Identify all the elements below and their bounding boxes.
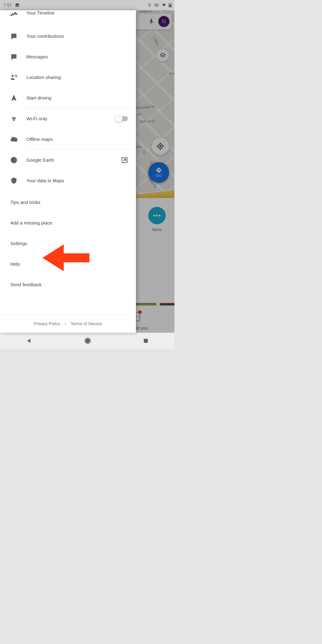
menu-location-sharing[interactable]: Location sharing <box>0 67 136 88</box>
recents-button[interactable] <box>143 338 148 344</box>
privacy-shield-icon <box>10 177 18 184</box>
menu-start-driving[interactable]: Start driving <box>0 88 136 108</box>
svg-point-13 <box>12 75 14 77</box>
menu-label: Location sharing <box>26 75 61 80</box>
menu-your-data[interactable]: Your data in Maps <box>0 170 136 191</box>
wifi-icon <box>162 3 166 7</box>
menu-label: Messages <box>26 54 48 60</box>
menu-label: Start driving <box>26 95 52 100</box>
svg-point-17 <box>14 180 14 180</box>
svg-point-0 <box>149 4 150 5</box>
menu-your-timeline[interactable]: Your Timeline <box>0 10 136 26</box>
svg-rect-1 <box>169 4 171 7</box>
menu-wifi-only[interactable]: Wi-Fi only <box>0 108 136 129</box>
menu-label: Your contributions <box>26 34 64 39</box>
navigation-icon <box>10 94 18 102</box>
privacy-link[interactable]: Privacy Policy <box>34 321 60 326</box>
menu-contributions[interactable]: Your contributions <box>0 26 136 46</box>
menu-label: Wi-Fi only <box>26 116 47 122</box>
contribute-icon <box>10 33 18 40</box>
menu-offline-maps[interactable]: Offline maps <box>0 129 136 150</box>
menu-settings[interactable]: Settings <box>0 233 136 254</box>
menu-label: Offline maps <box>26 137 53 142</box>
menu-tips[interactable]: Tips and tricks <box>0 192 136 213</box>
svg-point-9 <box>86 338 90 343</box>
svg-point-11 <box>11 15 12 16</box>
menu-send-feedback[interactable]: Send feedback <box>0 274 136 295</box>
menu-label: Your Timeline <box>26 10 54 16</box>
timeline-icon <box>10 10 18 18</box>
menu-messages[interactable]: Messages <box>0 46 136 67</box>
messages-icon <box>10 53 18 60</box>
external-link-icon <box>121 157 128 164</box>
android-nav-bar <box>0 333 174 349</box>
back-button[interactable] <box>26 338 32 344</box>
navigation-drawer: Your Timeline Your contributions Message… <box>0 10 136 333</box>
terms-link[interactable]: Terms of Service <box>71 321 102 326</box>
svg-rect-10 <box>144 339 148 343</box>
menu-label: Google Earth <box>26 158 54 163</box>
location-pin-icon <box>148 3 152 8</box>
vibrate-icon <box>154 3 159 8</box>
status-bar: 7:57 <box>0 0 174 10</box>
svg-point-12 <box>16 14 17 14</box>
wifi-only-toggle[interactable] <box>116 116 128 121</box>
image-icon <box>15 3 20 8</box>
location-sharing-icon <box>10 74 18 81</box>
earth-icon <box>10 156 18 164</box>
menu-label: Your data in Maps <box>26 178 64 183</box>
menu-add-place[interactable]: Add a missing place <box>0 213 136 233</box>
home-button[interactable] <box>84 338 91 344</box>
drawer-footer: Privacy Policy • Terms of Service <box>0 314 136 333</box>
cloud-off-icon <box>10 136 18 143</box>
status-time: 7:57 <box>4 3 12 8</box>
wifi-icon <box>10 115 18 122</box>
battery-icon <box>168 3 172 8</box>
menu-google-earth[interactable]: Google Earth <box>0 150 136 170</box>
menu-help[interactable]: Help <box>0 254 136 274</box>
